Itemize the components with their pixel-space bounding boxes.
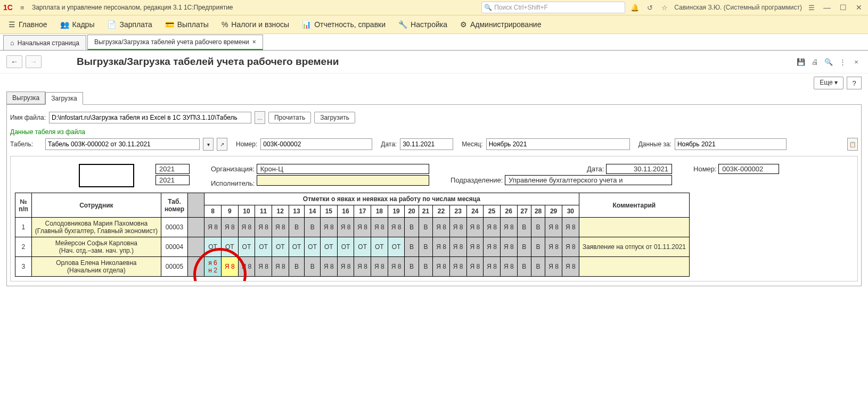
day-cell[interactable]: В <box>531 218 545 237</box>
nav-fwd-button[interactable]: → <box>26 55 42 68</box>
day-cell[interactable]: В <box>419 218 432 237</box>
day-cell[interactable]: В <box>405 257 419 277</box>
day-cell[interactable]: В <box>289 257 305 277</box>
day-cell[interactable]: Я 8 <box>449 257 466 277</box>
day-cell[interactable]: Я 8 <box>500 218 517 237</box>
day-cell[interactable]: Я 8 <box>484 237 501 257</box>
day-cell[interactable]: Я 8 <box>371 257 388 277</box>
day-cell[interactable]: ОТ <box>238 237 255 257</box>
day-cell[interactable]: Я 8 <box>545 257 562 277</box>
save-icon[interactable]: 💾 <box>796 56 806 67</box>
day-cell[interactable]: Я 8 <box>466 218 484 237</box>
menu-taxes[interactable]: % Налоги и взносы <box>216 18 294 31</box>
day-cell[interactable]: Я 8 <box>433 237 450 257</box>
tabel-input[interactable] <box>45 138 200 150</box>
date-input[interactable] <box>400 138 453 150</box>
day-cell[interactable]: ОТ <box>337 237 354 257</box>
history-icon[interactable]: ↺ <box>644 2 655 13</box>
file-browse-icon[interactable]: … <box>255 111 265 124</box>
menu-reports[interactable]: 📊 Отчетность, справки <box>297 18 391 31</box>
close-page-icon[interactable]: × <box>851 56 862 67</box>
day-cell[interactable]: Я 8 <box>388 257 405 277</box>
day-cell[interactable]: В <box>419 237 432 257</box>
day-cell[interactable]: Я 8 <box>500 237 517 257</box>
menu-setup[interactable]: 🔧 Настройка <box>393 18 453 31</box>
period-input[interactable] <box>675 138 787 150</box>
day-cell[interactable]: Я 8 <box>500 257 517 277</box>
day-cell[interactable]: ОТ <box>388 237 405 257</box>
print-icon[interactable]: 🖨 <box>809 56 820 67</box>
day-cell[interactable]: В <box>531 257 545 277</box>
day-cell[interactable]: Я 8 <box>221 218 238 237</box>
day-cell[interactable]: Я 8 <box>238 218 255 237</box>
day-cell[interactable]: ОТ <box>255 237 272 257</box>
day-cell[interactable]: ОТ <box>320 237 337 257</box>
grid-settings-icon[interactable]: 📋 <box>847 138 858 151</box>
file-path-input[interactable] <box>49 112 251 123</box>
day-cell[interactable]: ОТ <box>204 237 222 257</box>
more-button[interactable]: Еще ▾ <box>814 77 844 89</box>
close-tab-icon[interactable]: × <box>252 38 256 46</box>
day-cell[interactable]: Я 8 <box>466 237 484 257</box>
day-cell[interactable]: Я 8 <box>255 218 272 237</box>
menu-pay[interactable]: 💳 Выплаты <box>160 18 214 31</box>
day-cell[interactable]: В <box>517 257 531 277</box>
day-cell[interactable]: Я 8 <box>255 257 272 277</box>
tab-timesheet[interactable]: Выгрузка/Загрузка табелей учета рабочего… <box>87 35 263 50</box>
bell-icon[interactable]: 🔔 <box>629 2 640 13</box>
search-input[interactable]: 🔍 Поиск Ctrl+Shift+F <box>481 2 625 13</box>
nav-back-button[interactable]: ← <box>6 55 22 68</box>
tabel-dropdown-icon[interactable]: ▾ <box>203 138 214 151</box>
day-cell[interactable]: Я 8 <box>484 218 501 237</box>
close-window-button[interactable]: ✕ <box>853 2 865 13</box>
subtab-import[interactable]: Загрузка <box>45 92 83 105</box>
day-cell[interactable]: В <box>305 218 321 237</box>
day-cell[interactable]: В <box>405 237 419 257</box>
maximize-button[interactable]: ☐ <box>837 2 849 13</box>
day-cell[interactable]: Я 8 <box>272 257 289 277</box>
day-cell[interactable]: Я 8 <box>272 218 289 237</box>
read-button[interactable]: Прочитать <box>268 112 311 123</box>
day-cell[interactable]: В <box>531 237 545 257</box>
day-cell[interactable]: ОТ <box>289 237 305 257</box>
day-cell[interactable]: Я 8 <box>371 218 388 237</box>
day-cell[interactable]: ОТ <box>305 237 321 257</box>
kebab-icon[interactable]: ⋮ <box>837 56 848 67</box>
user-menu-icon[interactable]: ☰ <box>806 2 817 13</box>
day-cell[interactable]: ОТ <box>272 237 289 257</box>
user-label[interactable]: Савинская З.Ю. (Системный программист) <box>674 4 802 11</box>
day-cell[interactable]: Я 8 <box>562 237 579 257</box>
day-cell[interactable]: В <box>517 237 531 257</box>
load-button[interactable]: Загрузить <box>314 112 355 123</box>
help-button[interactable]: ? <box>847 77 862 89</box>
day-cell[interactable]: Я 8 <box>545 237 562 257</box>
day-cell[interactable]: ОТ <box>371 237 388 257</box>
tab-home[interactable]: ⌂Начальная страница <box>3 35 86 50</box>
day-cell[interactable]: ОТ <box>221 237 238 257</box>
menu-main[interactable]: ☰ Главное <box>3 18 53 31</box>
menu-salary[interactable]: 📄 Зарплата <box>102 18 157 31</box>
day-cell[interactable]: Я 8 <box>354 257 371 277</box>
day-cell[interactable]: Я 8 <box>562 257 579 277</box>
num-input[interactable] <box>260 138 372 150</box>
day-cell[interactable]: Я 8 <box>320 257 337 277</box>
day-cell[interactable]: Я 8 <box>204 218 222 237</box>
day-cell[interactable]: Я 8 <box>221 257 238 277</box>
menu-hr[interactable]: 👥 Кадры <box>55 18 100 31</box>
day-cell[interactable]: В <box>405 218 419 237</box>
menu-icon[interactable]: ≡ <box>17 2 28 13</box>
day-cell[interactable]: Я 8 <box>433 218 450 237</box>
star-icon[interactable]: ☆ <box>659 2 670 13</box>
day-cell[interactable]: Я 8 <box>484 257 501 277</box>
day-cell[interactable]: Я 8 <box>562 218 579 237</box>
minimize-button[interactable]: — <box>821 2 833 13</box>
month-input[interactable] <box>486 138 630 150</box>
menu-admin[interactable]: ⚙ Администрирование <box>455 18 547 31</box>
day-cell[interactable]: Я 8 <box>337 257 354 277</box>
day-cell[interactable]: В <box>305 257 321 277</box>
day-cell[interactable]: Я 8 <box>466 257 484 277</box>
day-cell[interactable]: ОТ <box>354 237 371 257</box>
subtab-export[interactable]: Выгрузка <box>6 92 45 104</box>
day-cell[interactable]: я 6н 2 <box>204 257 222 277</box>
grid-container[interactable]: 2021 2021 Организация: Крон-Ц Исполнител… <box>10 156 858 281</box>
